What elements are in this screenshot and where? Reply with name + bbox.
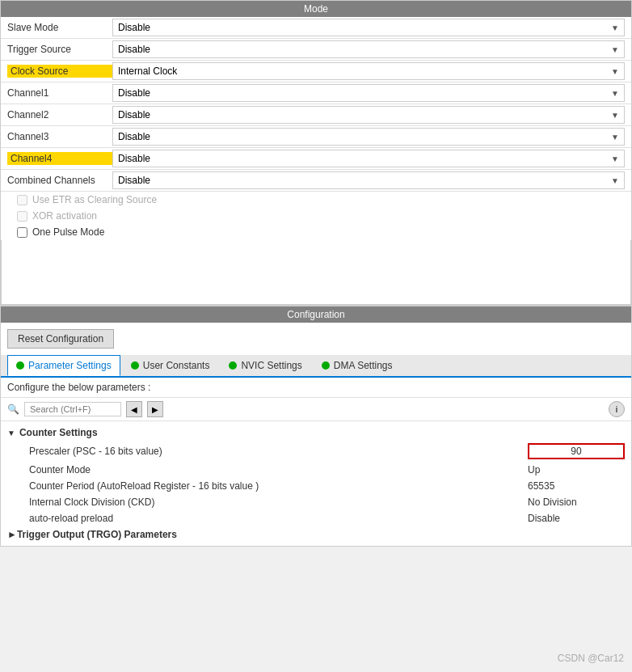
- group-label: Trigger Output (TRGO) Parameters: [17, 529, 177, 540]
- mode-field-row: Trigger SourceDisable▼: [1, 39, 631, 61]
- param-value: Up: [528, 464, 625, 475]
- mode-checkbox-row: Use ETR as Clearing Source: [1, 192, 631, 208]
- field-value: Internal Clock: [118, 66, 177, 77]
- field-select[interactable]: Disable▼: [112, 171, 625, 189]
- mode-field-row: Channel4Disable▼: [1, 148, 631, 170]
- search-bar: 🔍 ◀ ▶ i: [1, 398, 631, 421]
- tab-active-dot: [131, 361, 139, 370]
- mode-field-row: Combined ChannelsDisable▼: [1, 170, 631, 192]
- next-nav-button[interactable]: ▶: [147, 401, 163, 417]
- mode-fields: Slave ModeDisable▼Trigger SourceDisable▼…: [1, 17, 631, 192]
- param-name: Internal Clock Division (CKD): [29, 497, 528, 508]
- param-row: Counter Period (AutoReload Register - 16…: [1, 478, 631, 494]
- param-value: 65535: [528, 480, 625, 492]
- field-select[interactable]: Internal Clock▼: [112, 62, 625, 80]
- field-label: Channel1: [7, 87, 112, 99]
- watermark: CSDN @Car12: [558, 653, 624, 664]
- reset-config-button[interactable]: Reset Configuration: [7, 329, 114, 349]
- mode-section: Mode Slave ModeDisable▼Trigger SourceDis…: [0, 0, 632, 306]
- param-row: Counter ModeUp: [1, 462, 631, 478]
- config-header: Configuration: [1, 306, 631, 323]
- tab-user-constants[interactable]: User Constants: [122, 355, 219, 376]
- chevron-down-icon: ▼: [611, 67, 619, 76]
- mode-checkboxes: Use ETR as Clearing SourceXOR activation…: [1, 192, 631, 240]
- chevron-down-icon: ▼: [611, 133, 619, 142]
- field-label: Clock Source: [7, 65, 112, 78]
- mode-field-row: Channel2Disable▼: [1, 104, 631, 126]
- params-tree: ▼Counter SettingsPrescaler (PSC - 16 bit…: [1, 421, 631, 546]
- field-select[interactable]: Disable▼: [112, 40, 625, 58]
- checkbox-label: XOR activation: [32, 210, 97, 222]
- mode-spacer: [1, 240, 631, 305]
- mode-checkbox: [17, 195, 27, 205]
- field-label: Channel2: [7, 109, 112, 120]
- field-select[interactable]: Disable▼: [112, 150, 625, 167]
- field-value: Disable: [118, 87, 150, 99]
- reset-btn-container: Reset Configuration: [1, 323, 631, 355]
- mode-checkbox-row: XOR activation: [1, 208, 631, 224]
- param-name: Counter Period (AutoReload Register - 16…: [29, 480, 528, 492]
- chevron-down-icon: ▼: [611, 154, 619, 163]
- tab-active-dot: [322, 361, 330, 370]
- param-row: auto-reload preloadDisable: [1, 510, 631, 526]
- mode-field-row: Channel1Disable▼: [1, 82, 631, 104]
- tab-label: DMA Settings: [334, 360, 393, 371]
- field-label: Channel3: [7, 131, 112, 142]
- chevron-down-icon: ▼: [611, 23, 619, 32]
- param-name: Prescaler (PSC - 16 bits value): [29, 446, 528, 457]
- param-row: Prescaler (PSC - 16 bits value)90: [1, 441, 631, 462]
- field-value: Disable: [118, 153, 150, 164]
- tabs-bar: Parameter SettingsUser ConstantsNVIC Set…: [1, 355, 631, 378]
- chevron-down-icon: ▼: [611, 45, 619, 54]
- tab-nvic-settings[interactable]: NVIC Settings: [220, 355, 310, 376]
- tab-label: NVIC Settings: [241, 360, 301, 371]
- config-description: Configure the below parameters :: [1, 378, 631, 398]
- search-input[interactable]: [24, 402, 121, 416]
- param-row: Internal Clock Division (CKD)No Division: [1, 494, 631, 510]
- param-value: Disable: [528, 513, 625, 524]
- field-value: Disable: [118, 175, 150, 186]
- mode-field-row: Slave ModeDisable▼: [1, 17, 631, 39]
- prev-nav-button[interactable]: ◀: [126, 401, 142, 417]
- mode-checkbox-row: One Pulse Mode: [1, 224, 631, 240]
- param-name: Counter Mode: [29, 464, 528, 475]
- chevron-down-icon: ▼: [611, 89, 619, 98]
- mode-checkbox[interactable]: [17, 227, 27, 238]
- config-section: Configuration Reset Configuration Parame…: [0, 306, 632, 547]
- field-label: Channel4: [7, 152, 112, 165]
- tab-dma-settings[interactable]: DMA Settings: [313, 355, 402, 376]
- field-label: Trigger Source: [7, 44, 112, 55]
- param-value: No Division: [528, 497, 625, 508]
- chevron-right-icon: ►: [7, 529, 17, 540]
- tab-active-dot: [16, 361, 24, 370]
- mode-field-row: Channel3Disable▼: [1, 126, 631, 148]
- chevron-down-icon: ▼: [611, 111, 619, 120]
- field-select[interactable]: Disable▼: [112, 106, 625, 124]
- tab-active-dot: [229, 361, 237, 370]
- param-name: auto-reload preload: [29, 513, 528, 524]
- field-select[interactable]: Disable▼: [112, 19, 625, 36]
- trigger-output-group[interactable]: ►Trigger Output (TRGO) Parameters: [1, 526, 631, 543]
- field-value: Disable: [118, 109, 150, 120]
- field-label: Combined Channels: [7, 175, 112, 186]
- field-value: Disable: [118, 22, 150, 33]
- chevron-down-icon: ▼: [7, 429, 15, 437]
- field-label: Slave Mode: [7, 22, 112, 33]
- field-value: Disable: [118, 44, 150, 55]
- field-select[interactable]: Disable▼: [112, 128, 625, 146]
- group-label: Counter Settings: [19, 427, 98, 438]
- field-value: Disable: [118, 131, 150, 142]
- checkbox-label: Use ETR as Clearing Source: [32, 194, 157, 205]
- tab-label: Parameter Settings: [28, 360, 112, 371]
- mode-header: Mode: [1, 1, 631, 17]
- mode-checkbox: [17, 211, 27, 222]
- param-value[interactable]: 90: [528, 443, 625, 459]
- counter-settings-group[interactable]: ▼Counter Settings: [1, 425, 631, 441]
- tab-parameter-settings[interactable]: Parameter Settings: [7, 355, 120, 376]
- search-icon: 🔍: [7, 404, 19, 415]
- mode-field-row: Clock SourceInternal Clock▼: [1, 61, 631, 82]
- checkbox-label: One Pulse Mode: [32, 226, 104, 238]
- info-icon[interactable]: i: [609, 401, 625, 417]
- chevron-down-icon: ▼: [611, 176, 619, 185]
- field-select[interactable]: Disable▼: [112, 84, 625, 102]
